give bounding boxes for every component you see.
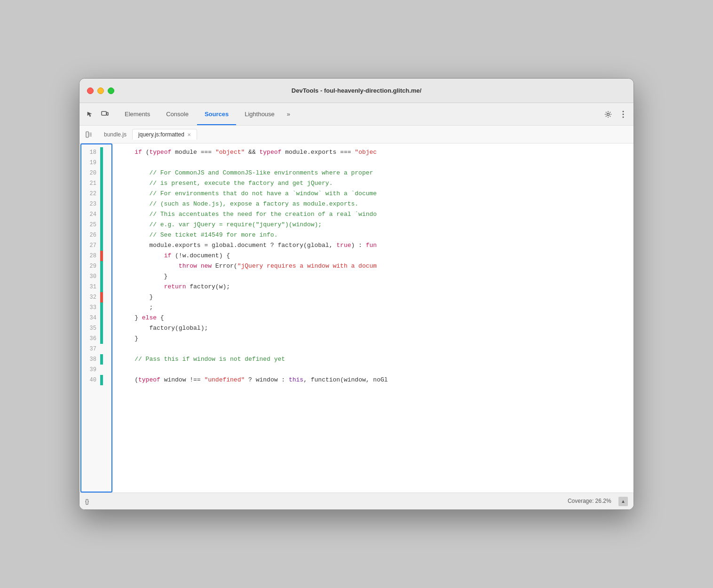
coverage-23 [100, 199, 103, 209]
svg-point-3 [623, 111, 624, 112]
code-line-25: // e.g. var jQuery = require("jquery")(w… [120, 220, 626, 230]
line-row-19[interactable]: 19 [79, 158, 112, 168]
code-line-23: // (such as Node.js), expose a factory a… [120, 199, 626, 209]
status-left: {} [85, 498, 89, 505]
scroll-up-icon[interactable]: ▲ [618, 497, 628, 506]
line-numbers: 18 19 20 21 [79, 143, 112, 493]
device-icon[interactable] [98, 108, 111, 121]
line-row-27[interactable]: 27 [79, 240, 112, 251]
line-row-30[interactable]: 30 [79, 271, 112, 282]
line-row-40[interactable]: 40 [79, 375, 112, 385]
toolbar: Elements Console Sources Lighthouse » [79, 103, 634, 126]
more-options-icon[interactable] [617, 108, 630, 121]
coverage-37 [100, 344, 103, 354]
code-editor: 18 19 20 21 [79, 143, 634, 493]
tab-sources[interactable]: Sources [197, 107, 236, 121]
line-row-31[interactable]: 31 [79, 282, 112, 292]
coverage-24 [100, 209, 103, 220]
line-row-34[interactable]: 34 [79, 313, 112, 323]
window-title: DevTools - foul-heavenly-direction.glitc… [292, 87, 421, 94]
minimize-button[interactable] [97, 87, 104, 94]
coverage-33 [100, 302, 103, 313]
code-line-29: throw new Error("jQuery requires a windo… [120, 261, 626, 271]
svg-rect-1 [107, 112, 108, 115]
file-panel-toggle[interactable] [83, 129, 95, 140]
code-line-27: module.exports = global.document ? facto… [120, 240, 626, 251]
coverage-30 [100, 271, 103, 282]
code-line-37 [120, 344, 626, 354]
line-row-38[interactable]: 38 [79, 354, 112, 365]
code-line-21: // is present, execute the factory and g… [120, 178, 626, 189]
line-row-36[interactable]: 36 [79, 334, 112, 344]
coverage-text: Coverage: 26.2% [568, 498, 611, 504]
svg-rect-6 [86, 132, 88, 137]
code-line-32: } [120, 292, 626, 302]
line-row-21[interactable]: 21 [79, 178, 112, 189]
line-row-29[interactable]: 29 [79, 261, 112, 271]
code-line-31: return factory(w); [120, 282, 626, 292]
code-content[interactable]: if (typeof module === "object" && typeof… [112, 143, 634, 493]
coverage-34 [100, 313, 103, 323]
line-row-22[interactable]: 22 [79, 189, 112, 199]
svg-point-5 [623, 116, 624, 118]
nav-tabs: Elements Console Sources Lighthouse » [117, 107, 600, 121]
tab-console[interactable]: Console [158, 107, 196, 121]
code-line-24: // This accentuates the need for the cre… [120, 209, 626, 220]
coverage-29 [100, 261, 103, 271]
coverage-38 [100, 354, 103, 365]
status-right: Coverage: 26.2% ▲ [568, 497, 628, 506]
settings-icon[interactable] [602, 108, 615, 121]
code-line-20: // For CommonJS and CommonJS-like enviro… [120, 168, 626, 178]
coverage-36 [100, 334, 103, 344]
svg-point-4 [623, 113, 624, 115]
file-tab-bundle[interactable]: bundle.js [98, 129, 132, 140]
code-line-30: } [120, 271, 626, 282]
line-row-24[interactable]: 24 [79, 209, 112, 220]
line-row-32[interactable]: 32 [79, 292, 112, 302]
tab-elements[interactable]: Elements [117, 107, 158, 121]
line-row-39[interactable]: 39 [79, 365, 112, 375]
line-row-37[interactable]: 37 [79, 344, 112, 354]
titlebar: DevTools - foul-heavenly-direction.glitc… [79, 79, 634, 103]
code-line-34: } else { [120, 313, 626, 323]
coverage-40 [100, 375, 103, 385]
cursor-icon[interactable] [83, 108, 96, 121]
file-tab-jquery[interactable]: jquery.js:formatted ✕ [132, 129, 197, 140]
close-button[interactable] [87, 87, 94, 94]
line-row-18[interactable]: 18 [79, 147, 112, 158]
code-line-33: ; [120, 302, 626, 313]
svg-point-2 [607, 113, 610, 115]
coverage-18 [100, 147, 103, 158]
coverage-25 [100, 220, 103, 230]
line-row-26[interactable]: 26 [79, 230, 112, 240]
coverage-27 [100, 240, 103, 251]
coverage-20 [100, 168, 103, 178]
tab-more[interactable]: » [283, 107, 294, 121]
code-line-40: (typeof window !== "undefined" ? window … [120, 375, 626, 385]
code-line-22: // For environments that do not have a `… [120, 189, 626, 199]
coverage-21 [100, 178, 103, 189]
tab-lighthouse[interactable]: Lighthouse [237, 107, 282, 121]
coverage-39 [100, 365, 103, 375]
code-line-26: // See ticket #14549 for more info. [120, 230, 626, 240]
coverage-31 [100, 282, 103, 292]
coverage-22 [100, 189, 103, 199]
line-row-35[interactable]: 35 [79, 323, 112, 334]
file-tab-close-icon[interactable]: ✕ [187, 132, 191, 137]
svg-rect-0 [102, 111, 106, 115]
file-tabs: bundle.js jquery.js:formatted ✕ [79, 126, 634, 143]
pretty-print-button[interactable]: {} [85, 498, 89, 505]
code-line-39 [120, 365, 626, 375]
editor-area: bundle.js jquery.js:formatted ✕ 18 19 [79, 126, 634, 493]
line-row-23[interactable]: 23 [79, 199, 112, 209]
line-row-20[interactable]: 20 [79, 168, 112, 178]
line-row-33[interactable]: 33 [79, 302, 112, 313]
traffic-lights [87, 87, 114, 94]
coverage-35 [100, 323, 103, 334]
toolbar-right [602, 108, 630, 121]
line-row-25[interactable]: 25 [79, 220, 112, 230]
code-line-38: // Pass this if window is not defined ye… [120, 354, 626, 365]
line-row-28[interactable]: 28 [79, 251, 112, 261]
code-line-36: } [120, 334, 626, 344]
maximize-button[interactable] [108, 87, 114, 94]
